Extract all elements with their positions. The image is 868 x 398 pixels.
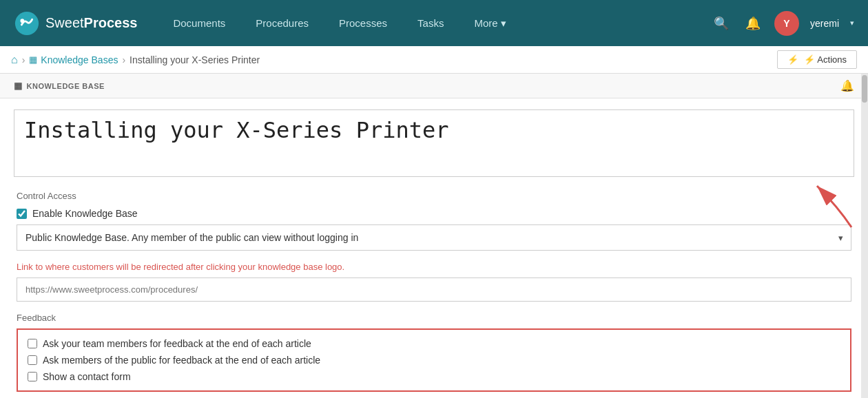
- user-name[interactable]: yeremi: [810, 18, 839, 29]
- breadcrumb-current-page: Installing your X-Series Printer: [130, 54, 260, 65]
- enable-kb-row: Enable Knowledge Base: [17, 208, 851, 219]
- nav-documents[interactable]: Documents: [158, 0, 240, 46]
- user-menu-chevron-icon[interactable]: ▾: [850, 19, 854, 28]
- search-icon[interactable]: 🔍: [711, 13, 732, 34]
- redirect-url-input[interactable]: [17, 277, 851, 302]
- breadcrumb-sep-2: ›: [122, 54, 125, 65]
- content-card: ▦ KNOWLEDGE BASE 🔔 Installing your X-Ser…: [0, 74, 868, 398]
- kb-icon: ▦: [29, 54, 37, 65]
- nav-right: 🔍 🔔 Y yeremi ▾: [711, 11, 854, 36]
- breadcrumb-bar: ⌂ › ▦ Knowledge Bases › Installing your …: [0, 46, 868, 74]
- breadcrumb-knowledge-bases[interactable]: ▦ Knowledge Bases: [29, 54, 118, 65]
- flash-icon: ⚡: [787, 54, 798, 65]
- scrollbar[interactable]: [861, 74, 868, 398]
- actions-label: ⚡ Actions: [804, 54, 847, 65]
- contact-form-row: Show a contact form: [28, 371, 840, 382]
- contact-form-checkbox[interactable]: [28, 372, 37, 381]
- top-navigation: SweetProcess Documents Procedures Proces…: [0, 0, 868, 46]
- actions-button[interactable]: ⚡ ⚡ Actions: [777, 50, 857, 69]
- nav-processes[interactable]: Processes: [324, 0, 402, 46]
- redirect-note: Link to where customers will be redirect…: [17, 262, 851, 272]
- notification-bell-icon[interactable]: 🔔: [743, 13, 763, 34]
- title-section: Installing your X-Series Printer: [0, 98, 868, 191]
- nav-items: Documents Procedures Processes Tasks Mor…: [158, 0, 711, 46]
- control-access-section: Control Access Enable Knowledge Base Pub…: [0, 191, 868, 313]
- svg-point-0: [15, 11, 39, 34]
- scrollbar-thumb[interactable]: [862, 75, 867, 103]
- enable-kb-checkbox[interactable]: [17, 209, 27, 219]
- page-title-input[interactable]: Installing your X-Series Printer: [14, 109, 854, 177]
- kb-link-label: Knowledge Bases: [41, 54, 118, 65]
- nav-tasks[interactable]: Tasks: [402, 0, 459, 46]
- redirect-section: Link to where customers will be redirect…: [17, 262, 851, 302]
- avatar[interactable]: Y: [774, 11, 799, 36]
- feedback-box: Ask your team members for feedback at th…: [17, 328, 851, 392]
- breadcrumb: ⌂ › ▦ Knowledge Bases › Installing your …: [11, 54, 260, 66]
- kb-header-label: ▦ KNOWLEDGE BASE: [14, 81, 105, 91]
- kb-bell-icon[interactable]: 🔔: [840, 79, 854, 92]
- public-feedback-row: Ask members of the public for feedback a…: [28, 355, 840, 366]
- nav-procedures[interactable]: Procedures: [240, 0, 324, 46]
- kb-header-bar: ▦ KNOWLEDGE BASE 🔔: [0, 74, 868, 98]
- public-feedback-checkbox[interactable]: [28, 355, 37, 365]
- svg-point-1: [21, 19, 25, 23]
- logo[interactable]: SweetProcess: [14, 10, 137, 36]
- breadcrumb-sep-1: ›: [22, 54, 25, 65]
- team-feedback-row: Ask your team members for feedback at th…: [28, 338, 840, 349]
- kb-label-icon: ▦: [14, 81, 23, 91]
- contact-form-label[interactable]: Show a contact form: [43, 371, 131, 382]
- nav-more[interactable]: More ▾: [459, 0, 521, 46]
- team-feedback-checkbox[interactable]: [28, 339, 37, 348]
- logo-text: SweetProcess: [45, 15, 137, 31]
- visibility-dropdown[interactable]: Public Knowledge Base. Any member of the…: [17, 224, 851, 251]
- public-feedback-label[interactable]: Ask members of the public for feedback a…: [43, 355, 320, 366]
- control-access-label: Control Access: [17, 191, 851, 201]
- feedback-section: Feedback Ask your team members for feedb…: [0, 313, 868, 398]
- feedback-label: Feedback: [17, 313, 851, 323]
- breadcrumb-home-icon[interactable]: ⌂: [11, 54, 18, 66]
- visibility-dropdown-wrapper: Public Knowledge Base. Any member of the…: [17, 224, 851, 251]
- team-feedback-label[interactable]: Ask your team members for feedback at th…: [43, 338, 311, 349]
- content-wrapper: ▦ KNOWLEDGE BASE 🔔 Installing your X-Ser…: [0, 74, 868, 398]
- logo-icon: [14, 10, 40, 36]
- enable-kb-label[interactable]: Enable Knowledge Base: [32, 208, 138, 219]
